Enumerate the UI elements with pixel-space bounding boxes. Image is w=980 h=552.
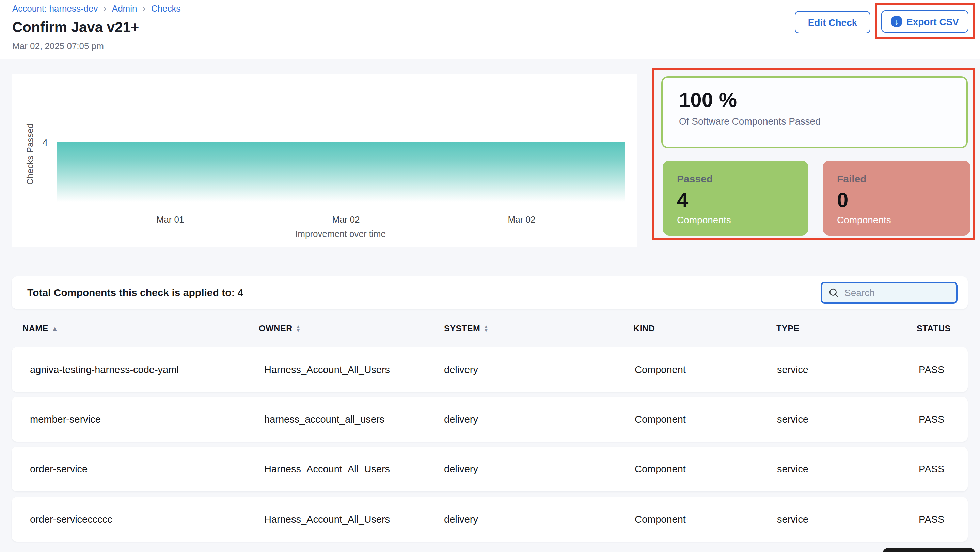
export-csv-button[interactable]: ↓ Export CSV: [881, 10, 969, 33]
breadcrumb: Account: harness-dev › Admin › Checks: [12, 3, 181, 14]
cell-system: delivery: [444, 514, 478, 525]
edit-check-label: Edit Check: [808, 17, 858, 28]
breadcrumb-account-link[interactable]: Account: harness-dev: [12, 3, 98, 14]
breadcrumb-separator-icon: ›: [103, 4, 106, 13]
percent-passed-value: 100 %: [679, 89, 737, 112]
cell-name: member-service: [30, 414, 101, 425]
sort-icon: ▲▼: [296, 325, 301, 333]
table-row[interactable]: order-service Harness_Account_All_Users …: [11, 446, 968, 492]
failed-card: Failed 0 Components: [822, 161, 970, 235]
checks-passed-chart: Checks Passed 4 Mar 01 Mar 02 Mar 02 Imp…: [12, 74, 637, 247]
cell-owner: harness_account_all_users: [264, 414, 385, 425]
column-header-status: STATUS: [917, 324, 951, 333]
chart-x-tick: Mar 01: [157, 214, 184, 225]
breadcrumb-admin-link[interactable]: Admin: [112, 3, 137, 14]
cell-system: delivery: [444, 463, 478, 474]
column-header-type: TYPE: [776, 324, 800, 333]
cell-owner: Harness_Account_All_Users: [264, 514, 390, 525]
breadcrumb-checks-link[interactable]: Checks: [151, 3, 181, 14]
cell-type: service: [777, 514, 808, 525]
table-header: NAME ▲ OWNER ▲▼ SYSTEM ▲▼ KIND TYPE STAT…: [11, 324, 968, 339]
cell-name: order-service: [30, 463, 88, 474]
cell-status: PASS: [919, 364, 944, 375]
chart-y-axis-label: Checks Passed: [25, 113, 35, 195]
cell-type: service: [777, 463, 808, 474]
passed-card: Passed 4 Components: [663, 161, 808, 235]
failed-value: 0: [837, 189, 848, 212]
cell-system: delivery: [444, 364, 478, 375]
download-icon: ↓: [891, 16, 902, 27]
top-bar: Account: harness-dev › Admin › Checks Co…: [0, 0, 980, 59]
cell-name: agniva-testing-harness-code-yaml: [30, 364, 179, 375]
chart-x-tick: Mar 02: [508, 214, 536, 225]
chart-y-tick: 4: [37, 137, 48, 148]
annotation-box-export-csv: ↓ Export CSV: [875, 3, 975, 40]
cell-type: service: [777, 414, 808, 425]
check-timestamp: Mar 02, 2025 07:05 pm: [12, 41, 104, 51]
cell-status: PASS: [919, 463, 944, 474]
column-label: KIND: [633, 324, 655, 333]
cell-kind: Component: [635, 514, 686, 525]
column-label: NAME: [22, 324, 48, 333]
page-title: Confirm Java v21+: [12, 19, 139, 35]
cell-type: service: [777, 364, 808, 375]
export-csv-label: Export CSV: [907, 16, 959, 27]
table-row[interactable]: order-serviceccccc Harness_Account_All_U…: [11, 497, 968, 542]
edit-check-button[interactable]: Edit Check: [795, 11, 870, 33]
cell-system: delivery: [444, 414, 478, 425]
cell-owner: Harness_Account_All_Users: [264, 463, 390, 474]
cell-kind: Component: [635, 463, 686, 474]
column-label: STATUS: [917, 324, 951, 333]
passed-value: 4: [677, 189, 688, 212]
percent-passed-caption: Of Software Components Passed: [679, 116, 821, 127]
table-row[interactable]: agniva-testing-harness-code-yaml Harness…: [11, 347, 968, 392]
cell-kind: Component: [635, 414, 686, 425]
area-series-checks-passed: [57, 142, 625, 202]
chat-widget-stub[interactable]: [883, 548, 975, 552]
column-label: TYPE: [776, 324, 800, 333]
column-label: SYSTEM: [444, 324, 480, 333]
failed-label: Failed: [837, 173, 867, 184]
column-header-system[interactable]: SYSTEM ▲▼: [444, 324, 488, 333]
chart-x-axis-label: Improvement over time: [295, 229, 386, 239]
passed-caption: Components: [677, 214, 731, 225]
cell-status: PASS: [919, 514, 944, 525]
cell-kind: Component: [635, 364, 686, 375]
total-components-label: Total Components this check is applied t…: [27, 287, 243, 298]
failed-caption: Components: [837, 214, 891, 225]
cell-owner: Harness_Account_All_Users: [264, 364, 390, 375]
column-header-name[interactable]: NAME ▲: [22, 324, 58, 333]
search-input[interactable]: [845, 287, 940, 298]
chart-x-tick: Mar 02: [332, 214, 360, 225]
sort-icon: ▲▼: [484, 325, 488, 333]
sort-ascending-icon: ▲: [52, 326, 58, 332]
column-header-kind: KIND: [633, 324, 655, 333]
cell-name: order-serviceccccc: [30, 514, 112, 525]
passed-label: Passed: [677, 173, 713, 184]
annotation-box-summary: 100 % Of Software Components Passed Pass…: [652, 68, 975, 240]
total-components-bar: Total Components this check is applied t…: [11, 276, 968, 309]
column-header-owner[interactable]: OWNER ▲▼: [259, 324, 301, 333]
cell-status: PASS: [919, 414, 944, 425]
search-box[interactable]: [821, 282, 958, 304]
search-icon: [829, 287, 839, 298]
percent-passed-card: 100 % Of Software Components Passed: [661, 76, 968, 148]
column-label: OWNER: [259, 324, 293, 333]
page: Account: harness-dev › Admin › Checks Co…: [0, 0, 980, 552]
breadcrumb-separator-icon: ›: [143, 4, 146, 13]
table-row[interactable]: member-service harness_account_all_users…: [11, 397, 968, 442]
